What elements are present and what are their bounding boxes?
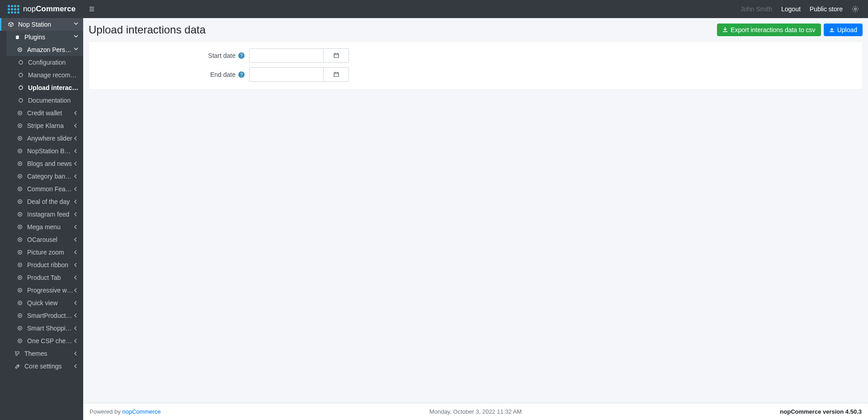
sidebar-item-plugin[interactable]: Progressive web app bbox=[6, 284, 83, 297]
sidebar-item-upload-interactions[interactable]: Upload interactions data bbox=[6, 81, 83, 94]
sidebar-item-plugin[interactable]: Common Features bbox=[6, 183, 83, 195]
chevron-down-icon bbox=[73, 47, 79, 52]
sidebar-item-label: Configuration bbox=[28, 59, 79, 66]
chevron-left-icon bbox=[73, 250, 79, 255]
sidebar-item-plugin[interactable]: Picture zoom bbox=[6, 246, 83, 259]
brand-dots-icon bbox=[8, 5, 19, 14]
chevron-left-icon bbox=[73, 263, 79, 267]
footer-version: 4.50.3 bbox=[845, 408, 862, 415]
wrench-icon bbox=[13, 363, 22, 369]
dot-circle-icon bbox=[15, 275, 24, 280]
sidebar-item-plugin[interactable]: Anywhere slider bbox=[6, 132, 83, 145]
top-nav: nopCommerce John Smith Logout Public sto… bbox=[0, 0, 868, 18]
sidebar-item-plugin[interactable]: Instagram feed bbox=[6, 208, 83, 221]
sidebar-item-plugin[interactable]: Deal of the day bbox=[6, 195, 83, 208]
sidebar-item-label: Category banner bbox=[27, 173, 73, 180]
download-icon bbox=[722, 26, 728, 33]
sidebar-item-plugin[interactable]: NopStation Banner bbox=[6, 145, 83, 157]
button-label: Upload bbox=[837, 26, 857, 33]
sidebar-item-plugin[interactable]: One CSP checkout bbox=[6, 335, 83, 347]
brand-text: nopCommerce bbox=[23, 5, 75, 14]
sidebar-item-plugin[interactable]: OCarousel bbox=[6, 233, 83, 246]
export-csv-button[interactable]: Export interactions data to csv bbox=[717, 24, 821, 36]
sidebar-item-label: Core settings bbox=[24, 363, 73, 370]
circle-icon bbox=[16, 60, 25, 65]
sidebar-item-plugin[interactable]: Mega menu bbox=[6, 221, 83, 233]
calendar-icon bbox=[334, 71, 339, 78]
upload-button[interactable]: Upload bbox=[824, 24, 863, 36]
sidebar-item-plugin[interactable]: Quick view bbox=[6, 297, 83, 309]
dot-circle-icon bbox=[15, 47, 24, 52]
chevron-left-icon bbox=[73, 275, 79, 280]
sidebar-item-label: Credit wallet bbox=[27, 109, 73, 117]
settings-gear-icon[interactable] bbox=[852, 5, 859, 13]
sidebar-item-plugin[interactable]: Blogs and news bbox=[6, 157, 83, 170]
sidebar-item-label: Mega menu bbox=[27, 223, 73, 231]
chevron-left-icon bbox=[73, 225, 79, 229]
sidebar-item-plugin[interactable]: Product Tab bbox=[6, 271, 83, 284]
end-date-calendar-button[interactable] bbox=[324, 67, 349, 82]
sidebar-item-plugins[interactable]: Plugins bbox=[6, 31, 83, 43]
logout-link[interactable]: Logout bbox=[781, 5, 801, 13]
sidebar-item-configuration[interactable]: Configuration bbox=[6, 56, 83, 69]
sidebar-item-documentation[interactable]: Documentation bbox=[6, 94, 83, 107]
start-date-calendar-button[interactable] bbox=[324, 48, 349, 63]
chevron-down-icon bbox=[73, 22, 79, 27]
chevron-left-icon bbox=[73, 111, 79, 115]
chevron-left-icon bbox=[73, 136, 79, 141]
calendar-icon bbox=[334, 52, 339, 59]
sidebar-item-plugin[interactable]: Credit wallet bbox=[6, 107, 83, 119]
sidebar-item-label: Common Features bbox=[27, 185, 73, 193]
sidebar-item-label: One CSP checkout bbox=[27, 337, 73, 344]
dot-circle-icon bbox=[15, 262, 24, 268]
chevron-left-icon bbox=[73, 313, 79, 318]
chevron-left-icon bbox=[73, 199, 79, 204]
dot-circle-icon bbox=[15, 186, 24, 192]
sidebar-item-plugin[interactable]: Product ribbon bbox=[6, 259, 83, 271]
dot-circle-icon bbox=[15, 326, 24, 331]
help-icon[interactable]: ? bbox=[238, 71, 245, 78]
sidebar-item-label: Deal of the day bbox=[27, 198, 73, 205]
chevron-left-icon bbox=[73, 326, 79, 330]
chevron-left-icon bbox=[73, 212, 79, 217]
sidebar-item-core-settings[interactable]: Core settings bbox=[6, 360, 83, 373]
circle-icon bbox=[16, 85, 25, 90]
help-icon[interactable]: ? bbox=[238, 52, 245, 59]
sidebar-item-amazon-personalize[interactable]: Amazon Personalize bbox=[6, 43, 83, 56]
sidebar-item-themes[interactable]: Themes bbox=[6, 347, 83, 360]
form-card: Start date ? End date ? bbox=[89, 42, 863, 90]
footer-date: Monday, October 3, 2022 11:32 AM bbox=[429, 408, 522, 415]
dot-circle-icon bbox=[15, 313, 24, 318]
sidebar-item-label: Plugins bbox=[24, 33, 73, 41]
circle-icon bbox=[16, 98, 25, 103]
sidebar-item-label: Documentation bbox=[28, 97, 79, 104]
sidebar-item-plugin[interactable]: Smart Shopping Cart bbox=[6, 322, 83, 335]
sidebar-item-manage-recommenders[interactable]: Manage recommenders bbox=[6, 69, 83, 81]
public-store-link[interactable]: Public store bbox=[810, 5, 843, 13]
dot-circle-icon bbox=[15, 212, 24, 217]
sidebar: Nop Station Plugins Amazon Personalize C… bbox=[0, 18, 83, 420]
sidebar-item-label: Picture zoom bbox=[27, 249, 73, 256]
chevron-left-icon bbox=[73, 161, 79, 166]
dot-circle-icon bbox=[15, 338, 24, 344]
sidebar-item-label: Blogs and news bbox=[27, 160, 73, 167]
sidebar-item-label: Anywhere slider bbox=[27, 135, 73, 142]
sidebar-item-plugin[interactable]: SmartProductBox bbox=[6, 309, 83, 322]
chevron-left-icon bbox=[73, 364, 79, 368]
chevron-left-icon bbox=[73, 351, 79, 356]
sidebar-item-plugin[interactable]: Category banner bbox=[6, 170, 83, 183]
dot-circle-icon bbox=[15, 250, 24, 255]
sidebar-item-nop-station[interactable]: Nop Station bbox=[0, 18, 83, 31]
sidebar-toggle-button[interactable] bbox=[83, 0, 101, 18]
start-date-input[interactable] bbox=[249, 48, 324, 63]
sidebar-item-label: NopStation Banner bbox=[27, 147, 73, 155]
sidebar-item-label: Progressive web app bbox=[27, 287, 73, 294]
sidebar-item-plugin[interactable]: Stripe Klarna bbox=[6, 119, 83, 132]
footer-nopcommerce-link[interactable]: nopCommerce bbox=[122, 408, 160, 415]
brand-logo[interactable]: nopCommerce bbox=[0, 0, 83, 18]
dot-circle-icon bbox=[15, 110, 24, 116]
end-date-label: End date bbox=[210, 71, 236, 78]
sidebar-item-label: Product ribbon bbox=[27, 261, 73, 269]
chevron-left-icon bbox=[73, 301, 79, 305]
end-date-input[interactable] bbox=[249, 67, 324, 82]
